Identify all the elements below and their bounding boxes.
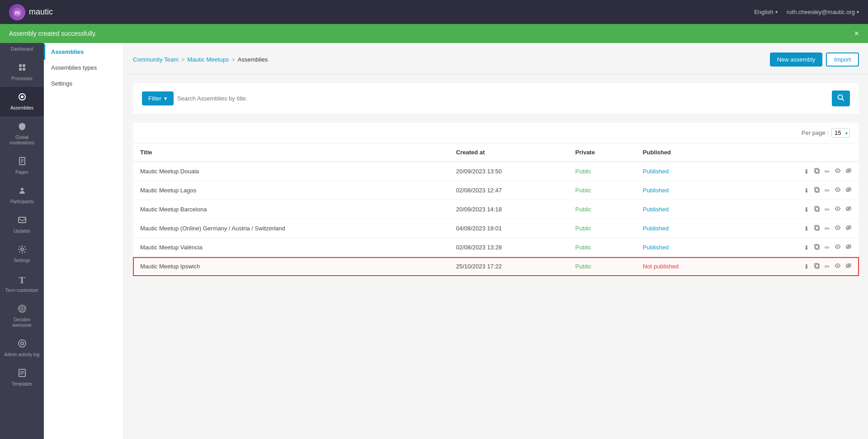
download-icon[interactable]: ⬇ <box>804 187 809 194</box>
duplicate-icon[interactable] <box>814 205 820 213</box>
sidebar-item-term-customizer[interactable]: T Term customizer <box>0 269 44 299</box>
sidebar-item-label: Assemblies <box>10 105 33 111</box>
breadcrumb-community-team[interactable]: Community Team <box>133 56 179 63</box>
edit-icon[interactable]: ✏ <box>825 244 830 251</box>
hide-icon[interactable] <box>845 243 852 251</box>
edit-icon[interactable]: ✏ <box>825 225 830 232</box>
preview-icon[interactable] <box>835 205 841 213</box>
app-logo[interactable]: m mautic <box>9 4 53 20</box>
preview-icon[interactable] <box>835 243 841 251</box>
assemblies-icon <box>18 92 27 104</box>
search-button[interactable] <box>832 91 850 106</box>
svg-point-12 <box>21 188 24 191</box>
per-page-selector[interactable]: 15 25 50 <box>831 128 850 138</box>
hide-icon[interactable] <box>845 224 852 232</box>
sidebar-item-pages[interactable]: Pages <box>0 151 44 181</box>
download-icon[interactable]: ⬇ <box>804 225 809 232</box>
cell-title: Mautic Meetup Barcelona <box>133 200 449 219</box>
svg-point-31 <box>837 189 839 191</box>
filter-button[interactable]: Filter ▾ <box>142 91 174 105</box>
per-page-label: Per page : <box>802 129 829 136</box>
preview-icon[interactable] <box>835 186 841 194</box>
sidebar-item-processes[interactable]: Processes <box>0 57 44 87</box>
close-button[interactable]: × <box>854 29 859 38</box>
hide-icon[interactable] <box>845 262 852 270</box>
sidebar-item-assemblies[interactable]: Assemblies <box>0 87 44 116</box>
pages-icon <box>18 157 27 168</box>
breadcrumb-current: Assemblies <box>238 56 268 63</box>
col-actions <box>736 143 859 162</box>
duplicate-icon[interactable] <box>814 224 820 232</box>
cell-private: Public <box>568 200 636 219</box>
content-header-actions: New assembly Import <box>770 52 859 67</box>
import-button[interactable]: Import <box>826 52 859 67</box>
sidebar-item-label: Templates <box>12 382 33 387</box>
edit-icon[interactable]: ✏ <box>825 263 830 270</box>
decidim-awesome-icon <box>18 304 27 315</box>
col-title: Title <box>133 143 449 162</box>
duplicate-icon[interactable] <box>814 167 820 175</box>
cell-private: Public <box>568 219 636 238</box>
breadcrumb: Community Team > Mautic Meetups > Assemb… <box>133 56 268 63</box>
svg-rect-3 <box>23 64 25 67</box>
cell-actions: ⬇ ✏ <box>736 162 859 181</box>
edit-icon[interactable]: ✏ <box>825 187 830 194</box>
sidebar-item-participants[interactable]: Participants <box>0 181 44 210</box>
sidebar: ⊞ Dashboard Processes Assemblies <box>0 24 44 439</box>
preview-icon[interactable] <box>835 262 841 270</box>
assemblies-table: Title Created at Private Published Mauti… <box>133 143 859 276</box>
user-menu[interactable]: ruth.cheesley@mautic.org ▾ <box>787 9 859 15</box>
sidebar-item-updates[interactable]: Updates <box>0 210 44 239</box>
cell-title: Mautic Meetup (Online) Germany / Austria… <box>133 219 449 238</box>
duplicate-icon[interactable] <box>814 186 820 194</box>
sidebar-item-decidim-awesome[interactable]: Decidim awesome <box>0 299 44 334</box>
search-input[interactable] <box>177 95 828 102</box>
svg-point-46 <box>837 246 839 248</box>
sidebar-item-global-moderations[interactable]: Global moderations <box>0 116 44 151</box>
language-selector[interactable]: English ▾ <box>754 9 778 15</box>
cell-title: Mautic Meetup Ipswich <box>133 257 449 276</box>
updates-icon <box>18 215 27 227</box>
global-moderations-icon <box>18 122 27 133</box>
preview-icon[interactable] <box>835 224 841 232</box>
download-icon[interactable]: ⬇ <box>804 168 809 175</box>
download-icon[interactable]: ⬇ <box>804 263 809 270</box>
hide-icon[interactable] <box>845 186 852 194</box>
processes-icon <box>18 63 27 74</box>
per-page-select[interactable]: 15 25 50 <box>831 128 850 138</box>
svg-point-26 <box>837 170 839 172</box>
cell-actions: ⬇ ✏ <box>736 219 859 238</box>
sidebar-item-templates[interactable]: Templates <box>0 363 44 392</box>
sub-sidebar-item-assemblies[interactable]: Assemblies <box>44 44 123 60</box>
chevron-down-icon: ▾ <box>857 10 859 14</box>
download-icon[interactable]: ⬇ <box>804 206 809 213</box>
sidebar-item-label: Term customizer <box>5 288 38 293</box>
edit-icon[interactable]: ✏ <box>825 206 830 213</box>
breadcrumb-mautic-meetups[interactable]: Mautic Meetups <box>188 56 229 63</box>
download-icon[interactable]: ⬇ <box>804 244 809 251</box>
svg-point-51 <box>837 265 839 267</box>
sidebar-item-label: Updates <box>14 229 30 234</box>
sidebar-item-settings[interactable]: Settings <box>0 239 44 269</box>
svg-point-36 <box>837 208 839 210</box>
edit-icon[interactable]: ✏ <box>825 168 830 175</box>
duplicate-icon[interactable] <box>814 243 820 251</box>
table-row: Mautic Meetup Lagos 02/08/2023 12:47 Pub… <box>133 181 859 200</box>
svg-line-23 <box>842 99 844 101</box>
sub-sidebar: Assemblies Assemblies Assemblies types S… <box>44 24 124 439</box>
table-row: Mautic Meetup Ipswich 25/10/2023 17:22 P… <box>133 257 859 276</box>
navbar-right: English ▾ ruth.cheesley@mautic.org ▾ <box>754 9 859 15</box>
sub-sidebar-item-settings[interactable]: Settings <box>44 76 123 91</box>
hide-icon[interactable] <box>845 205 852 213</box>
col-private: Private <box>568 143 636 162</box>
preview-icon[interactable] <box>835 167 841 175</box>
sidebar-item-admin-activity-log[interactable]: Admin activity log <box>0 334 44 363</box>
new-assembly-button[interactable]: New assembly <box>770 52 823 67</box>
sub-sidebar-item-assemblies-types[interactable]: Assemblies types <box>44 60 123 76</box>
duplicate-icon[interactable] <box>814 262 820 270</box>
sidebar-item-label: Participants <box>10 199 33 205</box>
hide-icon[interactable] <box>845 167 852 175</box>
svg-rect-5 <box>23 68 25 71</box>
sidebar-item-label: Dashboard <box>11 47 33 52</box>
breadcrumb-separator: > <box>181 56 185 63</box>
